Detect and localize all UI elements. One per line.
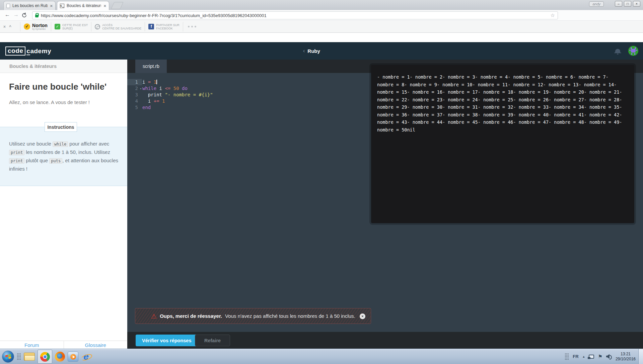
inline-code-chip: puts [49, 158, 62, 164]
forum-link[interactable]: Forum [0, 341, 64, 349]
firefox-taskbar-icon[interactable] [55, 352, 65, 362]
norton-safe-segment[interactable]: ✓ CETTE PAGE EST SUR(E) [51, 22, 91, 31]
reload-button[interactable] [21, 12, 27, 18]
codecademy-favicon: c_ [60, 4, 64, 8]
norton-subtitle: by Symantec [32, 28, 48, 30]
share-label-line2: FACEBOOK [156, 27, 180, 30]
new-tab-button[interactable] [111, 2, 124, 9]
language-indicator[interactable]: FR [573, 354, 578, 359]
editor-file-tab[interactable]: script.rb [135, 60, 167, 73]
section-title: Boucles & itérateurs [0, 60, 127, 73]
start-button[interactable] [2, 351, 14, 363]
norton-toolbar: × ^ ✓ Norton by Symantec ✓ CETTE PAGE ES… [0, 21, 643, 33]
backup-label-line2: CENTRE DE SAUVEGARDE [102, 27, 141, 30]
volume-tray-icon[interactable] [606, 354, 612, 359]
console-line: nombre = 36- nombre = 37- nombre = 38- n… [377, 111, 628, 119]
window-close-button[interactable]: × [633, 1, 640, 7]
tab-title: Boucles & itérateurs | Co [67, 3, 101, 8]
forward-button[interactable]: → [13, 12, 19, 18]
url-text[interactable]: https://www.codecademy.com/fr/courses/ru… [41, 13, 548, 18]
action-center-flag-icon[interactable]: ⚑ [598, 354, 602, 360]
instructions-panel: Instructions Utilisez une boucle while p… [0, 127, 127, 186]
fold-arrow-icon[interactable]: ▾ [140, 86, 142, 92]
back-chevron-icon[interactable]: ‹ [303, 48, 305, 54]
line-number: 3 [127, 92, 142, 98]
facebook-share-segment[interactable]: f PARTAGER SUR FACEBOOK [145, 22, 183, 31]
toolbar-overflow-dots[interactable] [188, 26, 196, 27]
console-line: nombre = 8- nombre = 9- nombre = 10- nom… [377, 81, 628, 89]
tray-app-grid-icon[interactable] [565, 353, 569, 360]
taskbar-clock[interactable]: 13:21 29/10/2016 [616, 352, 636, 362]
line-number: 1 [127, 79, 142, 85]
bookmark-star-icon[interactable]: ☆ [551, 12, 555, 18]
window-restore-button[interactable]: □ [624, 1, 631, 7]
norton-backup-segment[interactable]: ACCÈS CENTRE DE SAUVEGARDE [91, 22, 145, 31]
norton-brand: ✓ Norton by Symantec [20, 22, 51, 31]
share-label-line1: PARTAGER SUR [156, 23, 180, 27]
inline-code-chip: print [9, 158, 24, 164]
error-close-icon[interactable]: × [360, 313, 365, 319]
instruction-text-segment: plutôt que [24, 158, 49, 163]
back-button[interactable]: ← [5, 12, 10, 18]
tab-close-icon[interactable]: × [103, 3, 106, 8]
console-line: nombre = 43- nombre = 44- nombre = 45- n… [377, 118, 628, 126]
tab-close-icon[interactable]: × [50, 3, 53, 8]
code-line-text[interactable]: print "- nombre = #{i}" [142, 92, 213, 98]
course-name[interactable]: Ruby [307, 48, 320, 54]
facebook-icon: f [148, 24, 154, 29]
console-output[interactable]: - nombre = 1- nombre = 2- nombre = 3- no… [371, 65, 634, 223]
glossary-link[interactable]: Glossaire [64, 341, 128, 349]
chrome-taskbar-icon-active[interactable] [38, 350, 52, 364]
pinned-app-grid-icon[interactable] [17, 353, 21, 360]
media-player-taskbar-icon[interactable] [68, 352, 78, 362]
instruction-text-segment: pour afficher avec [68, 141, 109, 147]
chrome-profile-badge[interactable]: andy [589, 1, 604, 7]
chrome-icon [40, 352, 50, 362]
error-message: Vous n'avez pas affiché tous les nombres… [225, 313, 355, 319]
action-bar: Vérifier vos réponses Refaire [127, 332, 643, 349]
code-workspace: script.rb 1i = 12▾while i <= 50 do3 prin… [127, 60, 643, 349]
console-line: nombre = 50nil [377, 126, 628, 134]
toolbar-close-icon[interactable]: × [3, 24, 6, 29]
browser-toolbar: ← → https://www.codecademy.com/fr/course… [0, 10, 643, 21]
notifications-bell-icon[interactable] [615, 49, 620, 53]
course-breadcrumb[interactable]: ‹ Ruby [303, 42, 320, 60]
explorer-taskbar-icon[interactable] [24, 353, 35, 361]
windows-logo-icon [5, 354, 11, 359]
inline-code-chip: print [9, 150, 24, 155]
network-tray-icon[interactable] [589, 355, 594, 359]
error-title: Oups, merci de réessayer. [160, 313, 222, 319]
toolbar-collapse-icon[interactable]: ^ [9, 24, 11, 29]
verify-answers-button[interactable]: Vérifier vos réponses [136, 335, 198, 346]
browser-tab-1[interactable]: Les boucles en Ruby - bl × [3, 1, 56, 10]
browser-titlebar: Les boucles en Ruby - bl × c_ Boucles & … [0, 0, 643, 10]
tray-expand-icon[interactable]: ▲ [582, 355, 585, 358]
code-line-text[interactable]: while i <= 50 do [142, 85, 188, 92]
lesson-intro: Allez, on se lance. A vous de tester ! [9, 99, 119, 105]
lesson-sidebar: Boucles & itérateurs Faire une boucle 'w… [0, 60, 127, 349]
text-cursor [156, 80, 157, 84]
code-line-text[interactable]: end [142, 104, 151, 111]
backup-swirl-icon [95, 24, 100, 29]
internet-explorer-taskbar-icon[interactable]: e [81, 352, 91, 362]
codecademy-logo[interactable]: code cademy [5, 47, 51, 56]
line-number: 2▾ [127, 85, 142, 92]
show-desktop-button[interactable] [638, 349, 643, 364]
address-bar[interactable]: https://www.codecademy.com/fr/courses/ru… [32, 11, 558, 19]
warning-triangle-icon: ⚠ [151, 313, 157, 320]
window-minimize-button[interactable]: – [615, 1, 622, 7]
sidebar-footer: Forum Glossaire [0, 341, 127, 349]
https-padlock-icon[interactable] [35, 15, 39, 17]
line-number: 4 [127, 98, 142, 104]
code-line-text[interactable]: i = 1 [142, 79, 157, 85]
console-line: nombre = 29- nombre = 30- nombre = 31- n… [377, 103, 628, 111]
backup-label-line1: ACCÈS [102, 23, 141, 27]
console-line: nombre = 15- nombre = 16- nombre = 17- n… [377, 88, 628, 96]
user-avatar[interactable] [628, 46, 638, 56]
safe-label-line1: CETTE PAGE EST [62, 23, 88, 27]
browser-tab-2[interactable]: c_ Boucles & itérateurs | Co × [57, 1, 109, 10]
console-line: nombre = 22- nombre = 23- nombre = 24- n… [377, 96, 628, 104]
redo-button[interactable]: Refaire [195, 335, 230, 346]
inline-code-chip: while [53, 142, 68, 147]
code-line-text[interactable]: i += 1 [142, 98, 165, 104]
